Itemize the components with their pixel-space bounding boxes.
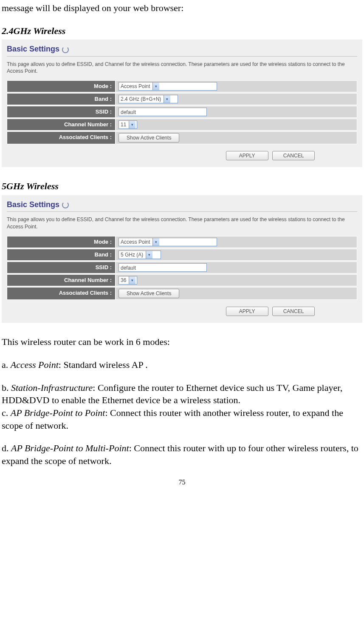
panel-description: This page allows you to define ESSID, an… (7, 61, 357, 74)
band-select[interactable]: 2.4 GHz (B+G+N) ▾ (119, 95, 178, 103)
cancel-button[interactable]: CANCEL (272, 151, 315, 160)
row-ssid: SSID : default (7, 106, 357, 118)
panel-title-row: Basic Settings (7, 44, 357, 54)
screenshot-5ghz: Basic Settings This page allows you to d… (2, 195, 362, 323)
channel-select[interactable]: 36 ▾ (119, 276, 137, 285)
mode-a-text: : Standard wireless AP . (59, 359, 148, 370)
chevron-down-icon: ▾ (164, 95, 170, 103)
refresh-icon[interactable] (62, 46, 69, 53)
mode-d-term: AP Bridge-Point to Multi-Point (11, 443, 129, 453)
ssid-input[interactable]: default (119, 108, 207, 116)
mode-b: b. Station-Infrastructure: Configure the… (2, 381, 362, 407)
screenshot-24ghz: Basic Settings This page allows you to d… (2, 40, 362, 167)
chevron-down-icon: ▾ (152, 238, 159, 246)
label-band: Band : (7, 93, 116, 105)
mode-c: c. AP Bridge-Point to Point: Connect thi… (2, 407, 362, 432)
panel-title: Basic Settings (7, 44, 59, 54)
show-clients-button[interactable]: Show Active Clients (119, 289, 179, 298)
row-mode: Mode : Access Point ▾ (7, 236, 357, 248)
mode-select-value: Access Point (121, 239, 150, 245)
mode-b-term: Station-Infrastructure (11, 382, 93, 393)
label-channel: Channel Number : (7, 119, 116, 131)
ssid-input[interactable]: default (119, 263, 207, 272)
band-select-value: 5 GHz (A) (121, 251, 143, 258)
chevron-down-icon: ▾ (129, 276, 135, 284)
row-clients: Associated Clients : Show Active Clients (7, 131, 357, 144)
label-ssid: SSID : (7, 106, 116, 118)
row-ssid: SSID : default (7, 262, 357, 273)
mode-d: d. AP Bridge-Point to Multi-Point: Conne… (2, 442, 362, 467)
label-clients: Associated Clients : (7, 287, 116, 300)
page-number: 75 (2, 478, 362, 487)
label-mode: Mode : (7, 80, 116, 92)
panel-title: Basic Settings (7, 199, 59, 210)
panel-description: This page allows you to define ESSID, an… (7, 216, 357, 230)
mode-a: a. Access Point: Standard wireless AP . (2, 359, 362, 371)
modes-intro: This wireless router can be work in 6 mo… (2, 336, 362, 348)
apply-button[interactable]: APPLY (226, 151, 268, 160)
action-row: APPLY CANCEL (7, 301, 357, 316)
intro-text: message will be displayed on your web br… (2, 2, 362, 14)
apply-button[interactable]: APPLY (226, 307, 268, 316)
mode-select[interactable]: Access Point ▾ (119, 238, 217, 246)
divider (7, 56, 357, 57)
heading-24ghz: 2.4GHz Wireless (2, 25, 362, 37)
chevron-down-icon: ▾ (146, 251, 152, 259)
label-ssid: SSID : (7, 262, 116, 273)
mode-c-term: AP Bridge-Point to Point (11, 407, 105, 418)
row-mode: Mode : Access Point ▾ (7, 80, 357, 92)
show-clients-button[interactable]: Show Active Clients (119, 133, 179, 142)
row-band: Band : 5 GHz (A) ▾ (7, 249, 357, 261)
channel-select-value: 11 (121, 121, 126, 128)
panel-title-row: Basic Settings (7, 199, 357, 210)
divider (7, 211, 357, 212)
chevron-down-icon: ▾ (152, 83, 159, 90)
label-band: Band : (7, 249, 116, 261)
mode-a-term: Access Point (11, 359, 59, 370)
channel-select[interactable]: 11 ▾ (119, 120, 137, 129)
mode-select-value: Access Point (121, 83, 150, 90)
channel-select-value: 36 (121, 277, 126, 284)
row-band: Band : 2.4 GHz (B+G+N) ▾ (7, 93, 357, 105)
heading-5ghz: 5GHz Wireless (2, 180, 362, 193)
cancel-button[interactable]: CANCEL (272, 307, 315, 316)
refresh-icon[interactable] (62, 202, 69, 208)
band-select-value: 2.4 GHz (B+G+N) (121, 96, 161, 102)
band-select[interactable]: 5 GHz (A) ▾ (119, 251, 161, 259)
chevron-down-icon: ▾ (129, 121, 135, 128)
row-channel: Channel Number : 36 ▾ (7, 274, 357, 286)
row-clients: Associated Clients : Show Active Clients (7, 287, 357, 300)
row-channel: Channel Number : 11 ▾ (7, 119, 357, 131)
label-clients: Associated Clients : (7, 131, 116, 144)
mode-select[interactable]: Access Point ▾ (119, 82, 217, 91)
label-channel: Channel Number : (7, 274, 116, 286)
label-mode: Mode : (7, 236, 116, 248)
action-row: APPLY CANCEL (7, 145, 357, 160)
